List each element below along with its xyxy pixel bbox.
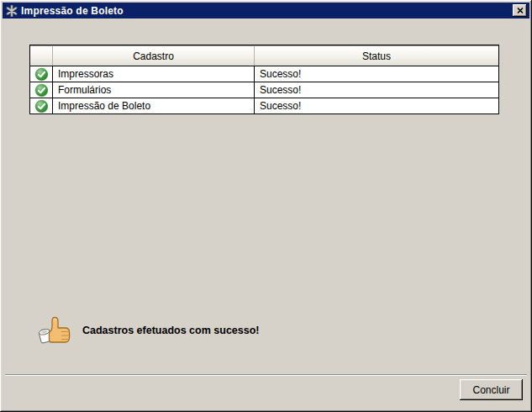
row-status-cell [30,98,53,114]
header-cell-status: Status [255,45,498,66]
cadastro-cell: Impressoras [53,66,255,82]
success-check-icon [34,67,49,82]
concluir-button[interactable]: Concluir [460,379,523,400]
close-icon [517,8,524,13]
cadastro-cell: Impressão de Boleto [53,98,255,114]
status-cell: Sucesso! [255,66,498,82]
titlebar: Impressão de Boleto [3,3,529,18]
table-header-row: Cadastro Status [30,45,498,66]
status-cell: Sucesso! [255,98,498,114]
status-cell: Sucesso! [255,82,498,98]
cadastro-cell: Formulários [53,82,255,98]
success-message: Cadastros efetuados com sucesso! [82,325,260,336]
close-button[interactable] [513,4,527,17]
thumbs-up-icon [37,315,72,346]
header-cell-cadastro: Cadastro [53,45,255,66]
success-check-icon [34,83,49,98]
success-message-area: Cadastros efetuados com sucesso! [37,314,260,346]
app-icon [5,4,18,17]
success-check-icon [34,99,49,114]
dialog-window: Impressão de Boleto Cadastro Status Impr… [0,0,532,412]
table-row[interactable]: Formulários Sucesso! [30,82,498,98]
window-title: Impressão de Boleto [21,5,124,17]
row-status-cell [30,82,53,98]
footer-divider [5,374,527,376]
results-table: Cadastro Status Impressoras Sucesso! For… [29,45,499,114]
header-cell-icon [30,45,53,66]
table-row[interactable]: Impressão de Boleto Sucesso! [30,98,498,114]
table-row[interactable]: Impressoras Sucesso! [30,66,498,82]
row-status-cell [30,66,53,82]
